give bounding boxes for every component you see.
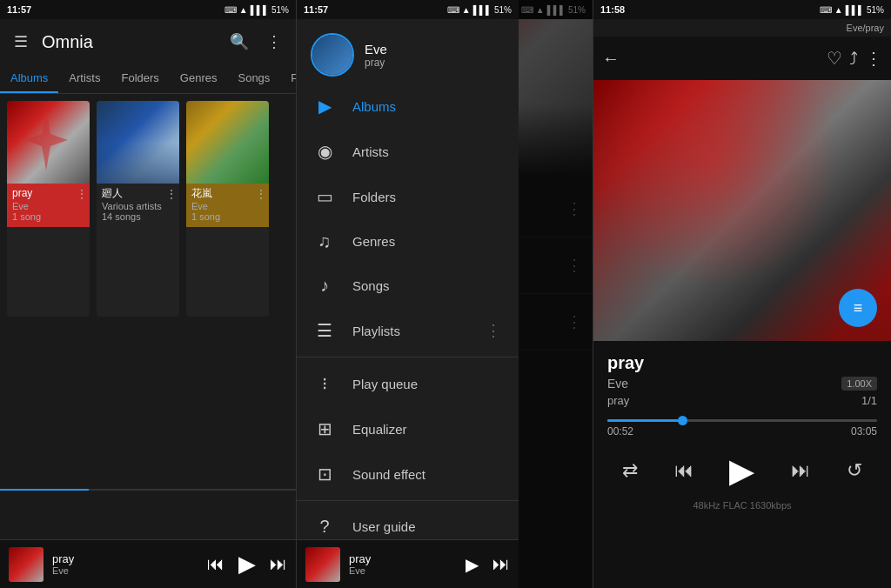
drawer-np-info: pray Eve <box>349 552 457 576</box>
prev-btn-mini[interactable]: ⏮ <box>207 554 224 574</box>
drawer-now-playing[interactable]: pray Eve ▶ ⏭ <box>297 539 519 588</box>
album-art-flower <box>186 101 269 184</box>
np-controls: ⏮ ▶ ⏭ <box>207 551 287 578</box>
player-meta-row: Eve 1.00X <box>607 377 877 391</box>
tab-artists[interactable]: Artists <box>58 64 111 93</box>
player-track-row: pray 1/1 <box>607 394 877 407</box>
player-status-time: 11:58 <box>600 4 625 15</box>
drawer-next-btn[interactable]: ⏭ <box>492 554 510 574</box>
tab-folders[interactable]: Folders <box>111 64 169 93</box>
player-codec-info: 48kHz FLAC 1630kbps <box>593 497 891 519</box>
drawer-sound-label: Sound effect <box>352 467 425 482</box>
album-songs-pray: 1 song <box>12 211 84 222</box>
player-prev-btn[interactable]: ⏮ <box>674 459 693 482</box>
player-progress-bar[interactable] <box>607 419 877 422</box>
tabs-bar: Albums Artists Folders Genres Songs Play… <box>0 64 296 94</box>
playlists-more-icon[interactable]: ⋮ <box>486 321 501 340</box>
album-more-flower[interactable]: ⋮ <box>255 187 267 201</box>
status-time-1: 11:57 <box>7 4 31 15</box>
drawer-item-playlists[interactable]: ☰ Playlists ⋮ <box>297 308 519 353</box>
drawer-np-controls: ▶ ⏭ <box>466 554 510 575</box>
panel-main: 11:57 ⌨ ▲ ▌▌▌ 51% ☰ Omnia 🔍 ⋮ Albums Art… <box>0 0 297 588</box>
player-song-info: pray Eve 1.00X pray 1/1 <box>593 341 891 412</box>
player-battery: 51% <box>867 5 884 15</box>
player-queue-btn[interactable]: ≡ <box>839 289 877 327</box>
album-more-various[interactable]: ⋮ <box>165 187 178 201</box>
album-artist-various: Various artists <box>102 201 174 211</box>
player-repeat-btn[interactable]: ↺ <box>847 459 862 482</box>
drawer-item-folders[interactable]: ▭ Folders <box>297 174 519 219</box>
player-progress-container[interactable]: 00:52 03:05 <box>593 412 891 444</box>
drawer-avatar <box>311 33 354 77</box>
album-more-pray[interactable]: ⋮ <box>76 187 88 201</box>
status-icons-1: ⌨ ▲ ▌▌▌ 51% <box>224 5 289 15</box>
drawer-signal-icon: ▌▌▌ <box>473 5 492 15</box>
hamburger-icon[interactable]: ☰ <box>10 29 31 55</box>
guide-icon: ? <box>314 517 335 537</box>
player-time-elapsed: 00:52 <box>607 425 633 438</box>
more-icon[interactable]: ⋮ <box>263 29 285 55</box>
drawer-status-icons: ⌨ ▲ ▌▌▌ 51% <box>447 5 512 15</box>
player-status-bar: 11:58 ⌨ ▲ ▌▌▌ 51% <box>593 0 891 19</box>
album-artist-flower: Eve <box>191 201 264 211</box>
play-btn-mini[interactable]: ▶ <box>238 551 256 578</box>
drawer-queue-label: Play queue <box>352 377 418 391</box>
album-artist-pray: Eve <box>12 201 84 211</box>
album-name-pray: pray <box>12 187 84 201</box>
mini-progress-fill <box>0 489 89 491</box>
tab-genres[interactable]: Genres <box>170 64 228 93</box>
player-time-total: 03:05 <box>851 425 877 438</box>
signal-icon: ▌▌▌ <box>251 5 269 15</box>
drawer-item-artists[interactable]: ◉ Artists <box>297 129 519 174</box>
mini-progress-bar <box>0 489 296 491</box>
album-songs-flower: 1 song <box>191 211 264 222</box>
drawer-item-songs[interactable]: ♪ Songs <box>297 264 519 308</box>
drawer-item-genres[interactable]: ♫ Genres <box>297 219 519 264</box>
drawer-eq-label: Equalizer <box>352 422 407 437</box>
tab-play[interactable]: Play... <box>280 64 296 93</box>
player-panel: 11:58 ⌨ ▲ ▌▌▌ 51% Eve/pray ← ♡ ⤴ ⋮ ≡ pra… <box>593 0 891 588</box>
drawer-title-group: Eve pray <box>365 42 505 69</box>
tab-albums[interactable]: Albums <box>0 64 58 93</box>
album-card-flower[interactable]: 花嵐 Eve 1 song ⋮ <box>186 101 269 317</box>
wifi-icon: ▲ <box>239 5 248 15</box>
player-shuffle-btn[interactable]: ⇄ <box>622 459 638 482</box>
drawer-item-eq[interactable]: ⊞ Equalizer <box>297 406 519 451</box>
album-name-various: 廻人 <box>102 187 174 201</box>
tab-songs[interactable]: Songs <box>227 64 280 93</box>
drawer-item-guide[interactable]: ? User guide <box>297 504 519 539</box>
drawer-albums-label: Albums <box>352 99 396 114</box>
player-next-btn[interactable]: ⏭ <box>791 459 810 482</box>
player-more-btn[interactable]: ⋮ <box>865 48 882 69</box>
now-playing-bar[interactable]: pray Eve ⏮ ▶ ⏭ <box>0 539 296 588</box>
player-share-btn[interactable]: ⤴ <box>849 49 858 69</box>
drawer-item-sound[interactable]: ⊡ Sound effect <box>297 451 519 497</box>
album-info-flower: 花嵐 Eve 1 song ⋮ <box>186 184 269 227</box>
drawer-item-queue[interactable]: ⁝ Play queue <box>297 361 519 406</box>
player-album-name: pray <box>607 394 629 407</box>
drawer-battery: 51% <box>494 5 512 15</box>
player-speed-badge[interactable]: 1.00X <box>841 377 877 391</box>
album-art-flower-bg <box>186 101 269 184</box>
album-card-pray[interactable]: pray Eve 1 song ⋮ <box>7 101 90 317</box>
album-card-various[interactable]: 廻人 Various artists 14 songs ⋮ <box>97 101 179 317</box>
player-heart-btn[interactable]: ♡ <box>827 48 842 69</box>
album-art-pray <box>7 101 90 184</box>
navigation-drawer: 11:57 ⌨ ▲ ▌▌▌ 51% Eve pray ▶ Albums <box>297 0 519 588</box>
eq-icon: ⊞ <box>314 418 335 439</box>
drawer-item-albums[interactable]: ▶ Albums <box>297 84 519 129</box>
np-info: pray Eve <box>52 552 198 576</box>
player-track-num: 1/1 <box>861 394 877 407</box>
player-play-btn[interactable]: ▶ <box>729 451 754 490</box>
drawer-menu: ▶ Albums ◉ Artists ▭ Folders ♫ Genres ♪ … <box>297 84 519 539</box>
sound-icon: ⊡ <box>314 464 335 484</box>
player-back-btn[interactable]: ← <box>602 49 620 69</box>
player-bt-icon: ⌨ <box>820 5 832 15</box>
player-album-art: ≡ <box>593 80 891 341</box>
search-icon[interactable]: 🔍 <box>226 29 252 55</box>
drawer-play-btn[interactable]: ▶ <box>466 554 479 575</box>
np-art <box>9 547 44 582</box>
next-btn-mini[interactable]: ⏭ <box>270 554 287 574</box>
player-signal-icon: ▌▌▌ <box>846 5 864 15</box>
album-info-pray: pray Eve 1 song ⋮ <box>7 184 90 227</box>
